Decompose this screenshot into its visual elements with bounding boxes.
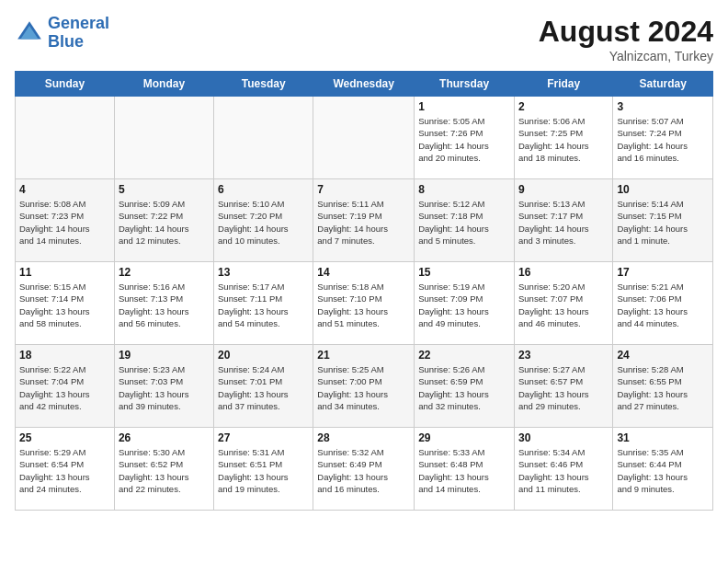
day-info: Sunrise: 5:12 AM Sunset: 7:18 PM Dayligh… <box>418 198 510 247</box>
day-info: Sunrise: 5:09 AM Sunset: 7:22 PM Dayligh… <box>119 198 210 247</box>
day-number: 26 <box>119 431 210 444</box>
calendar-cell: 20Sunrise: 5:24 AM Sunset: 7:01 PM Dayli… <box>214 345 313 428</box>
day-info: Sunrise: 5:33 AM Sunset: 6:48 PM Dayligh… <box>418 446 510 495</box>
day-number: 25 <box>19 431 110 444</box>
calendar-cell: 30Sunrise: 5:34 AM Sunset: 6:46 PM Dayli… <box>514 428 612 511</box>
day-info: Sunrise: 5:13 AM Sunset: 7:17 PM Dayligh… <box>518 198 609 247</box>
calendar-week-row: 1Sunrise: 5:05 AM Sunset: 7:26 PM Daylig… <box>16 97 713 179</box>
calendar-cell: 7Sunrise: 5:11 AM Sunset: 7:19 PM Daylig… <box>313 179 415 262</box>
calendar-cell: 25Sunrise: 5:29 AM Sunset: 6:54 PM Dayli… <box>16 428 115 511</box>
day-info: Sunrise: 5:32 AM Sunset: 6:49 PM Dayligh… <box>317 446 410 495</box>
day-info: Sunrise: 5:30 AM Sunset: 6:52 PM Dayligh… <box>119 446 210 495</box>
day-info: Sunrise: 5:19 AM Sunset: 7:09 PM Dayligh… <box>418 281 510 329</box>
day-number: 2 <box>518 100 609 113</box>
day-info: Sunrise: 5:18 AM Sunset: 7:10 PM Dayligh… <box>317 281 410 329</box>
day-info: Sunrise: 5:14 AM Sunset: 7:15 PM Dayligh… <box>617 198 709 247</box>
day-info: Sunrise: 5:16 AM Sunset: 7:13 PM Dayligh… <box>119 281 210 329</box>
day-number: 20 <box>218 349 309 362</box>
day-info: Sunrise: 5:22 AM Sunset: 7:04 PM Dayligh… <box>19 363 110 412</box>
day-number: 3 <box>617 100 709 113</box>
logo: General Blue <box>15 15 109 52</box>
calendar-cell <box>313 97 415 179</box>
title-block: August 2024 Yalnizcam, Turkey <box>539 15 713 63</box>
day-number: 11 <box>19 266 110 279</box>
day-info: Sunrise: 5:17 AM Sunset: 7:11 PM Dayligh… <box>218 281 309 329</box>
calendar-cell: 9Sunrise: 5:13 AM Sunset: 7:17 PM Daylig… <box>514 179 612 262</box>
day-number: 29 <box>418 431 510 444</box>
day-number: 22 <box>418 349 510 362</box>
day-number: 16 <box>518 266 609 279</box>
day-info: Sunrise: 5:29 AM Sunset: 6:54 PM Dayligh… <box>19 446 110 495</box>
day-number: 15 <box>418 266 510 279</box>
calendar-cell: 23Sunrise: 5:27 AM Sunset: 6:57 PM Dayli… <box>514 345 612 428</box>
calendar-cell: 10Sunrise: 5:14 AM Sunset: 7:15 PM Dayli… <box>613 179 713 262</box>
day-info: Sunrise: 5:21 AM Sunset: 7:06 PM Dayligh… <box>617 281 709 329</box>
calendar-cell: 12Sunrise: 5:16 AM Sunset: 7:13 PM Dayli… <box>114 262 213 345</box>
location: Yalnizcam, Turkey <box>539 49 713 63</box>
day-info: Sunrise: 5:31 AM Sunset: 6:51 PM Dayligh… <box>218 446 309 495</box>
calendar-cell: 26Sunrise: 5:30 AM Sunset: 6:52 PM Dayli… <box>114 428 213 511</box>
day-number: 5 <box>119 183 210 196</box>
day-info: Sunrise: 5:34 AM Sunset: 6:46 PM Dayligh… <box>518 446 609 495</box>
day-info: Sunrise: 5:35 AM Sunset: 6:44 PM Dayligh… <box>617 446 709 495</box>
weekday-header: Monday <box>114 72 213 97</box>
day-number: 10 <box>617 183 709 196</box>
calendar-table: SundayMondayTuesdayWednesdayThursdayFrid… <box>15 71 713 511</box>
day-info: Sunrise: 5:26 AM Sunset: 6:59 PM Dayligh… <box>418 363 510 412</box>
day-info: Sunrise: 5:25 AM Sunset: 7:00 PM Dayligh… <box>317 363 410 412</box>
day-number: 28 <box>317 431 410 444</box>
day-number: 30 <box>518 431 609 444</box>
day-number: 4 <box>19 183 110 196</box>
day-info: Sunrise: 5:07 AM Sunset: 7:24 PM Dayligh… <box>617 115 709 164</box>
calendar-cell: 16Sunrise: 5:20 AM Sunset: 7:07 PM Dayli… <box>514 262 612 345</box>
calendar-cell: 31Sunrise: 5:35 AM Sunset: 6:44 PM Dayli… <box>613 428 713 511</box>
day-info: Sunrise: 5:05 AM Sunset: 7:26 PM Dayligh… <box>418 115 510 164</box>
calendar-week-row: 25Sunrise: 5:29 AM Sunset: 6:54 PM Dayli… <box>16 428 713 511</box>
calendar-cell: 14Sunrise: 5:18 AM Sunset: 7:10 PM Dayli… <box>313 262 415 345</box>
calendar-cell: 5Sunrise: 5:09 AM Sunset: 7:22 PM Daylig… <box>114 179 213 262</box>
calendar-cell: 4Sunrise: 5:08 AM Sunset: 7:23 PM Daylig… <box>16 179 115 262</box>
day-number: 7 <box>317 183 410 196</box>
day-number: 6 <box>218 183 309 196</box>
calendar-week-row: 4Sunrise: 5:08 AM Sunset: 7:23 PM Daylig… <box>16 179 713 262</box>
day-number: 19 <box>119 349 210 362</box>
calendar-cell: 22Sunrise: 5:26 AM Sunset: 6:59 PM Dayli… <box>415 345 515 428</box>
month-year: August 2024 <box>539 15 713 49</box>
calendar-cell: 15Sunrise: 5:19 AM Sunset: 7:09 PM Dayli… <box>415 262 515 345</box>
weekday-header-row: SundayMondayTuesdayWednesdayThursdayFrid… <box>16 72 713 97</box>
logo-icon <box>15 18 44 48</box>
calendar-cell: 1Sunrise: 5:05 AM Sunset: 7:26 PM Daylig… <box>415 97 515 179</box>
logo-text: General Blue <box>48 15 109 52</box>
weekday-header: Tuesday <box>214 72 313 97</box>
day-number: 21 <box>317 349 410 362</box>
calendar-cell: 13Sunrise: 5:17 AM Sunset: 7:11 PM Dayli… <box>214 262 313 345</box>
day-number: 17 <box>617 266 709 279</box>
day-number: 8 <box>418 183 510 196</box>
day-info: Sunrise: 5:15 AM Sunset: 7:14 PM Dayligh… <box>19 281 110 329</box>
calendar-cell <box>114 97 213 179</box>
weekday-header: Saturday <box>613 72 713 97</box>
calendar-cell: 21Sunrise: 5:25 AM Sunset: 7:00 PM Dayli… <box>313 345 415 428</box>
day-number: 27 <box>218 431 309 444</box>
calendar-cell: 3Sunrise: 5:07 AM Sunset: 7:24 PM Daylig… <box>613 97 713 179</box>
day-info: Sunrise: 5:27 AM Sunset: 6:57 PM Dayligh… <box>518 363 609 412</box>
calendar-cell: 8Sunrise: 5:12 AM Sunset: 7:18 PM Daylig… <box>415 179 515 262</box>
day-number: 1 <box>418 100 510 113</box>
day-info: Sunrise: 5:11 AM Sunset: 7:19 PM Dayligh… <box>317 198 410 247</box>
calendar-week-row: 18Sunrise: 5:22 AM Sunset: 7:04 PM Dayli… <box>16 345 713 428</box>
weekday-header: Sunday <box>16 72 115 97</box>
day-number: 23 <box>518 349 609 362</box>
day-info: Sunrise: 5:28 AM Sunset: 6:55 PM Dayligh… <box>617 363 709 412</box>
day-info: Sunrise: 5:23 AM Sunset: 7:03 PM Dayligh… <box>119 363 210 412</box>
calendar-cell: 2Sunrise: 5:06 AM Sunset: 7:25 PM Daylig… <box>514 97 612 179</box>
day-number: 13 <box>218 266 309 279</box>
calendar-cell: 17Sunrise: 5:21 AM Sunset: 7:06 PM Dayli… <box>613 262 713 345</box>
day-info: Sunrise: 5:06 AM Sunset: 7:25 PM Dayligh… <box>518 115 609 164</box>
day-number: 18 <box>19 349 110 362</box>
day-info: Sunrise: 5:10 AM Sunset: 7:20 PM Dayligh… <box>218 198 309 247</box>
calendar-cell: 6Sunrise: 5:10 AM Sunset: 7:20 PM Daylig… <box>214 179 313 262</box>
calendar-cell: 18Sunrise: 5:22 AM Sunset: 7:04 PM Dayli… <box>16 345 115 428</box>
calendar-cell: 11Sunrise: 5:15 AM Sunset: 7:14 PM Dayli… <box>16 262 115 345</box>
calendar-cell: 29Sunrise: 5:33 AM Sunset: 6:48 PM Dayli… <box>415 428 515 511</box>
calendar-cell <box>16 97 115 179</box>
